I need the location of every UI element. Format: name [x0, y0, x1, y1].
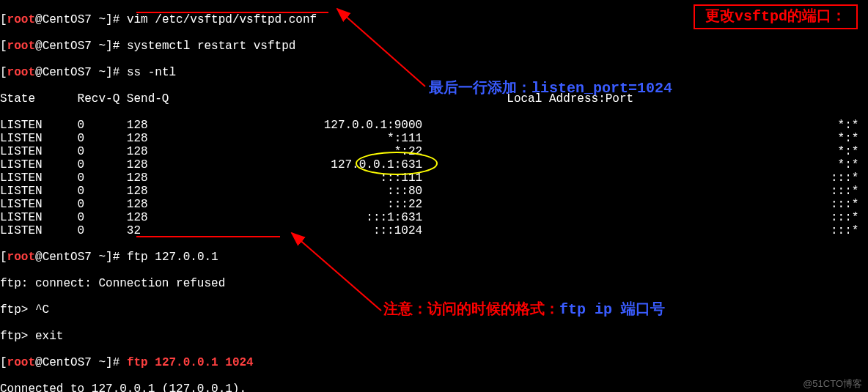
ss-row: LISTEN 0 128 127.0.0.1:631 *:* [0, 158, 868, 171]
watermark: @51CTO博客 [803, 377, 862, 391]
prompt-line: [root@CentOS7 ~]# ftp 127.0.0.1 1024 [0, 356, 868, 369]
command-text: ss -ntl [127, 66, 176, 79]
ss-row: LISTEN 0 128 :::80 :::* [0, 185, 868, 198]
terminal-output: [root@CentOS7 ~]# vim /etc/vsftpd/vsftpd… [0, 0, 868, 392]
output-line: ftp> exit [0, 330, 868, 343]
ss-row: LISTEN 0 128 127.0.0.1:9000 *:* [0, 119, 868, 132]
output-line: ftp: connect: Connection refused [0, 277, 868, 290]
underline-cmd1 [136, 12, 328, 13]
ss-row: LISTEN 0 128 *:22 *:* [0, 145, 868, 158]
prompt-line: [root@CentOS7 ~]# systemctl restart vsft… [0, 40, 868, 53]
prompt-line: [root@CentOS7 ~]# ss -ntl [0, 66, 868, 79]
annotation-format-note: 注意：访问的时候的格式：ftp ip 端口号 [383, 303, 665, 317]
ss-row: LISTEN 0 128 :::22 :::* [0, 198, 868, 211]
underline-cmd5 [136, 236, 280, 237]
annotation-append-line: 最后一行添加：listen_port=1024 [429, 82, 672, 95]
annotation-box-title: 更改vsftpd的端口： [694, 4, 858, 29]
ss-row: LISTEN 0 128 :::111 :::* [0, 171, 868, 185]
command-text: systemctl restart vsftpd [127, 40, 295, 53]
ss-row: LISTEN 0 32 :::1024 :::* [0, 224, 868, 237]
output-line: Connected to 127.0.0.1 (127.0.0.1). [0, 382, 868, 392]
ss-row: LISTEN 0 128 :::1:631 :::* [0, 211, 868, 224]
command-text: vim /etc/vsftpd/vsftpd.conf [127, 13, 317, 26]
ss-row: LISTEN 0 128 *:111 *:* [0, 132, 868, 145]
ss-body: LISTEN 0 128 127.0.0.1:9000 *:*LISTEN 0 … [0, 119, 868, 237]
highlighted-command: ftp 127.0.0.1 1024 [127, 356, 254, 369]
prompt-line: [root@CentOS7 ~]# ftp 127.0.0.1 [0, 251, 868, 264]
command-text: ftp 127.0.0.1 [127, 251, 218, 264]
